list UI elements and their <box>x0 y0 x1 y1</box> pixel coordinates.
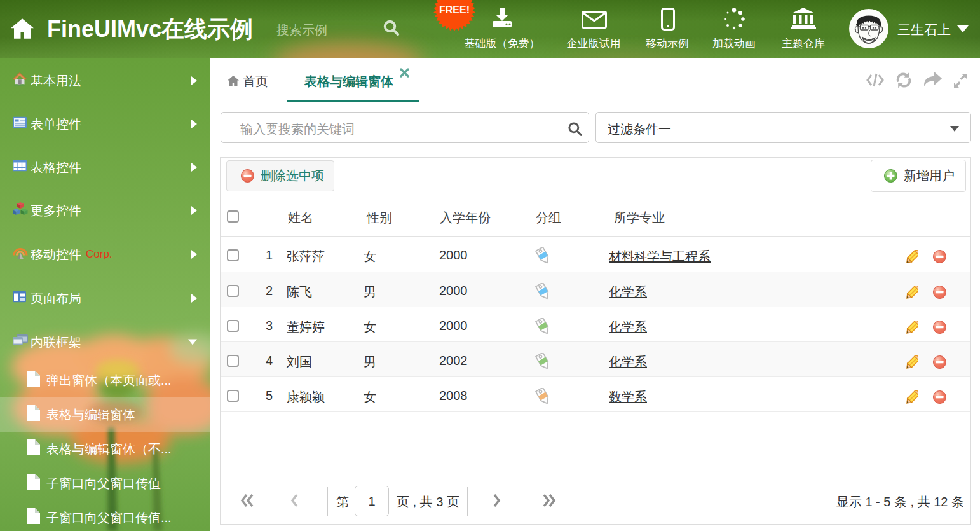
svg-text:FREE!: FREE! <box>439 4 470 15</box>
